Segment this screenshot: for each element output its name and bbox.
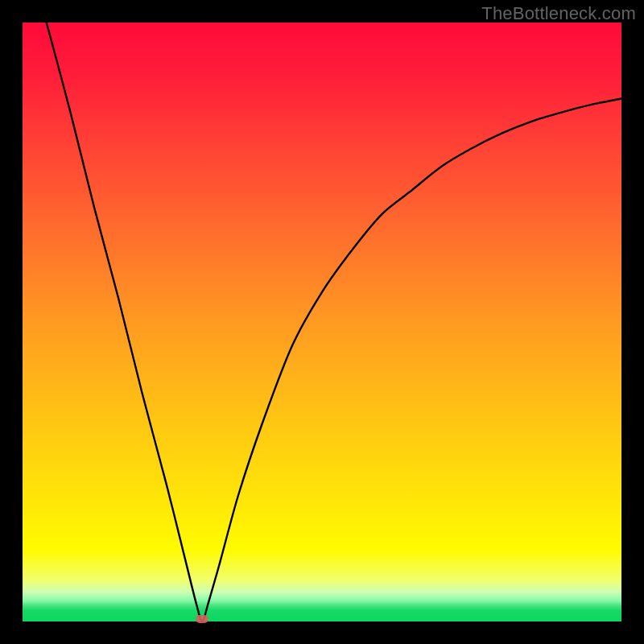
minimum-marker bbox=[196, 615, 208, 623]
bottleneck-curve bbox=[23, 23, 621, 621]
curve-path bbox=[47, 23, 621, 621]
chart-frame: TheBottleneck.com bbox=[0, 0, 644, 644]
watermark-label: TheBottleneck.com bbox=[481, 3, 636, 24]
